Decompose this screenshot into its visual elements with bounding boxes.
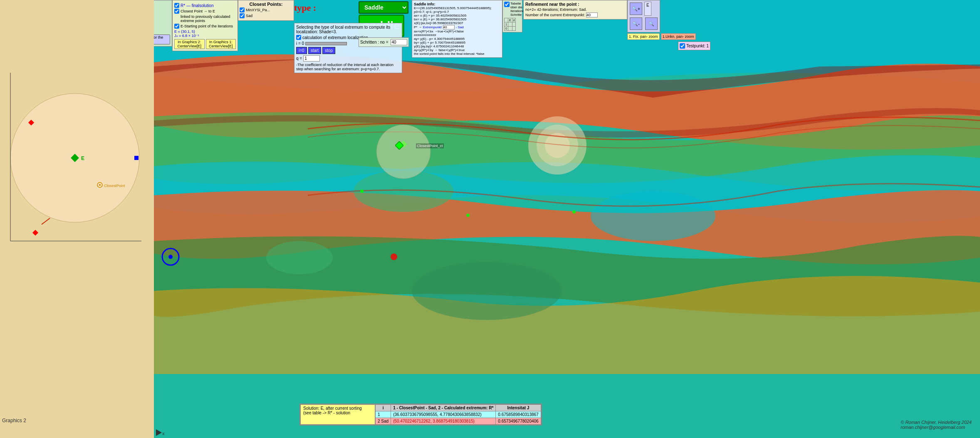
r-star-panel: R* — finalsolution Closest Point → to E … — [172, 0, 238, 51]
selecting-text: Selecting the type of local extremum to … — [296, 25, 400, 34]
copyright: © Roman Chijner, Heidelberg 2024 roman.c… — [901, 420, 972, 430]
saddle-info-line3: ax= x (E) + p= 35.40254905831505 — [414, 14, 500, 17]
saddle-info-line5: x(E):[ax,bx]=36.59980033762307 — [414, 21, 500, 25]
start-btn[interactable]: start — [308, 47, 321, 54]
e-starting-checkbox[interactable] — [174, 24, 179, 29]
stop-btn[interactable]: stop — [322, 47, 335, 54]
svg-point-3 — [591, 191, 715, 241]
gr1-center-btn[interactable]: In Graphics 1: CenterView[E] — [206, 39, 236, 49]
minxysi-label: MinXYSi_Pa... — [246, 8, 270, 12]
saddle-info-line10: by= y(E) + p= 5.700754445188895 — [414, 41, 500, 44]
heatmap-circle — [374, 123, 433, 182]
closest-points-panel: Closest Points: MinXYSi_Pa... Sad — [238, 0, 294, 21]
svg-point-14 — [391, 253, 397, 260]
svg-point-33 — [376, 125, 431, 179]
schritten-panel: Schritten : no = — [359, 37, 409, 47]
svg-rect-19 — [134, 156, 139, 160]
table-checkbox[interactable] — [504, 2, 510, 7]
svg-point-9 — [360, 189, 364, 193]
left-panel: E ClosestPoint — [0, 0, 154, 438]
refinement-title: Refinement near the point : — [525, 2, 625, 7]
mini-table: E d 1 0 — [504, 18, 516, 31]
saddle-info-line12: ay<y(R*)≺by → false≺y(R*)≺true — [414, 48, 500, 52]
graphics2-label: Graphics 2 — [2, 418, 26, 423]
saddle-info-line4: bx= x (E) + p= 36.80254905831505 — [414, 17, 500, 21]
saddle-info-line9: ay= y(E) - p= 4.300754445188895 — [414, 37, 500, 41]
i0-btn[interactable]: i=0 — [296, 47, 307, 54]
svg-rect-21 — [32, 230, 38, 236]
saddle-info-line1: E==(36.1025490583131505, 5.0007544445188… — [414, 6, 500, 10]
refinement-panel: Refinement near the point : no+2= 42-Ite… — [523, 0, 627, 20]
calc-checkbox[interactable] — [296, 35, 301, 40]
zoom-minus-btn[interactable]: 🔍- — [630, 17, 642, 30]
gr2-center-btn[interactable]: In Graphics 2: CenterView[E] — [174, 39, 205, 49]
saddle-info-panel: Saddle Info: E==(36.1025490583131505, 5.… — [412, 0, 502, 58]
unkn-zoom-btn[interactable]: 1.Unkn. pan- zoom — [661, 33, 696, 40]
zoom-fit-btn[interactable]: 🔍 — [645, 17, 658, 30]
row2-intensity: 0.6573496778020406 — [496, 418, 541, 425]
saddle-info-line11: y(E):[ay,by]= 4.675002411046448 — [414, 44, 500, 48]
solution-table: Solution: E, after current sorting (see … — [299, 404, 542, 426]
svg-point-4 — [266, 241, 333, 274]
email-text: roman.chijner@googlemail.com — [901, 425, 972, 430]
extrempunkt-input[interactable] — [443, 25, 455, 30]
heatmap-green-diamond — [395, 141, 403, 150]
col-intensity: Intensitat J — [496, 405, 541, 411]
solution-row-1: 1 (36.6037336795098555, 4.77804306638588… — [376, 411, 541, 418]
saddle-info-line7: ax<x(R*)≺bx →true≺x(R*)≺false — [414, 30, 500, 33]
saddle-info-line13: the sorted point falls into the final in… — [414, 52, 500, 56]
type-label: type : — [294, 2, 316, 13]
svg-text:E: E — [81, 155, 84, 161]
sad-checkbox[interactable] — [240, 13, 245, 18]
iter-desc: -The coefficient of reduction of the int… — [296, 63, 400, 71]
testpunkt-label: Testpunkt: 1 — [686, 44, 709, 48]
q-input[interactable] — [303, 55, 320, 62]
testpunkt-checkbox[interactable] — [680, 43, 685, 49]
svg-point-24 — [99, 184, 101, 186]
e-value: E = (30.1, 5) — [174, 30, 236, 34]
linked-label: linked to previously calculated extreme … — [181, 15, 236, 23]
solution-header-line1: Solution: E, after current sorting — [303, 406, 372, 411]
e-starting-label: E-Starting point of the iterations — [181, 24, 233, 28]
row2-coords: (50.4702246712262, 3.8687549180303815) — [391, 418, 496, 425]
row1-intensity: 0.6758589840313867 — [496, 411, 541, 418]
circle-diagram: E ClosestPoint — [4, 66, 146, 249]
q-label: q = — [296, 56, 302, 61]
play-btn[interactable] — [156, 429, 162, 436]
svg-point-11 — [572, 210, 576, 214]
fix-unkn-panel: 1. Fix. pan- zoom 1.Unkn. pan- zoom — [627, 33, 696, 40]
closest-point-checkbox[interactable] — [174, 9, 179, 14]
testpunkt-panel: Testpunkt: 1 — [678, 42, 710, 50]
progress-slider[interactable] — [305, 42, 347, 45]
solution-header-line2: (see table -> R* - solution — [303, 411, 372, 415]
closest-point-label: Closest Point → to E — [181, 9, 215, 13]
sad-label: Sad — [246, 14, 252, 18]
current-extrempunkt-label: Number of the current Extrempunkt: — [525, 13, 585, 17]
solution-header: Solution: E, after current sorting (see … — [300, 404, 375, 425]
schritt-label: Schritten : no = — [360, 40, 389, 44]
svg-rect-32 — [395, 141, 403, 150]
play-icon — [156, 429, 162, 436]
schritt-input[interactable] — [391, 39, 407, 45]
solution-row-2: 2 Sad (50.4702246712262, 3.8687549180303… — [376, 418, 541, 425]
iteration-panel: Selecting the type of local extremum to … — [294, 23, 402, 73]
col-desc: 1 - ClosestPoint - Sad, 2 - Calculated e… — [391, 405, 496, 411]
r-star-final-checkbox[interactable] — [174, 3, 179, 8]
saddle-select[interactable]: Saddle Max Min — [359, 1, 408, 14]
row1-i: 1 — [376, 411, 391, 418]
table-panel: Tabelle über die Iterationen Schritte E … — [502, 0, 522, 32]
closest-point-ct-label: ClosestPoint_ct — [416, 143, 444, 148]
minxysi-checkbox[interactable] — [240, 7, 245, 12]
refinement-extrempunkt-input[interactable] — [586, 12, 598, 17]
saddle-info-line6: P* → Extrempunkt - Sad — [414, 25, 500, 30]
svg-point-13 — [168, 255, 173, 259]
closest-points-title: Closest Points: — [240, 2, 292, 7]
r-star-label: R* — finalsolution — [181, 3, 213, 8]
svg-point-5 — [412, 262, 562, 320]
zoom-plus-btn-e[interactable]: 🔍+ — [630, 2, 642, 15]
zoom-buttons-panel: 🔍+ E 🔍- 🔍 — [627, 0, 660, 32]
fix-zoom-btn[interactable]: 1. Fix. pan- zoom — [627, 33, 660, 40]
saddle-info-line8: ############ — [414, 33, 500, 37]
refinement-line1: no+2= 42-Iterations; Extremum: Sad. — [525, 7, 625, 12]
col-i: i — [376, 405, 391, 411]
